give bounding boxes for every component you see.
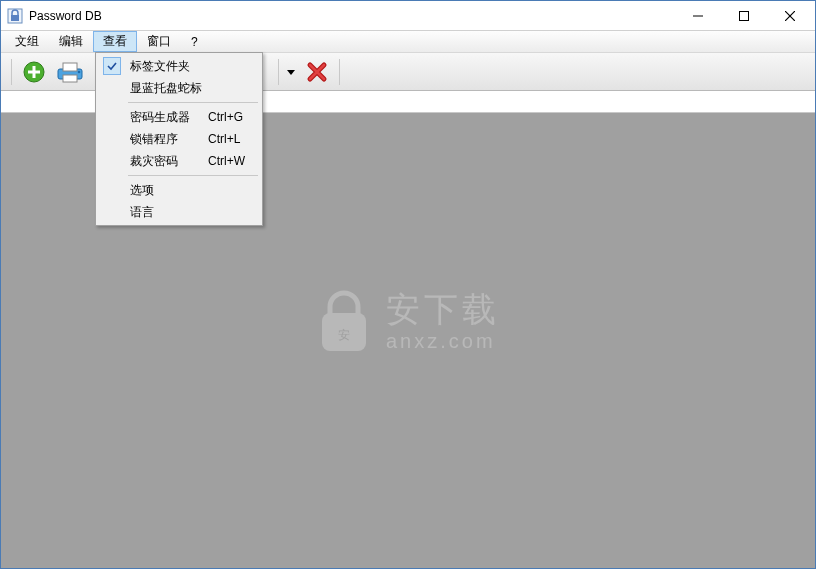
toolbar-separator <box>11 59 12 85</box>
new-button[interactable] <box>16 57 52 87</box>
menu-edit[interactable]: 编辑 <box>49 31 93 52</box>
window-title: Password DB <box>29 9 675 23</box>
menu-item-options[interactable]: 选项 <box>98 179 260 201</box>
svg-rect-11 <box>63 75 77 82</box>
menu-item-lock-program[interactable]: 锁错程序 Ctrl+L <box>98 128 260 150</box>
toolbar-separator <box>339 59 340 85</box>
menu-help[interactable]: ? <box>181 31 208 52</box>
watermark: 安 安下载 anxz.com <box>316 289 500 355</box>
watermark-text-2: anxz.com <box>386 330 500 353</box>
svg-rect-3 <box>740 11 749 20</box>
menu-item-password-generator[interactable]: 密码生成器 Ctrl+G <box>98 106 260 128</box>
svg-text:安: 安 <box>338 328 350 342</box>
menubar: 文组 编辑 查看 窗口 ? <box>1 31 815 53</box>
toolbar-separator <box>278 59 279 85</box>
app-icon <box>7 8 23 24</box>
menu-item-tag-folder[interactable]: 标签文件夹 <box>98 55 260 77</box>
menu-item-show-tray-icon[interactable]: 显蓝托盘蛇标 <box>98 77 260 99</box>
menu-window[interactable]: 窗口 <box>137 31 181 52</box>
dropdown-separator <box>128 102 258 103</box>
menu-item-language[interactable]: 语言 <box>98 201 260 223</box>
dropdown-separator <box>128 175 258 176</box>
view-dropdown-menu: 标签文件夹 显蓝托盘蛇标 密码生成器 Ctrl+G 锁错程序 Ctrl+L 裁灾… <box>95 52 263 226</box>
lock-icon: 安 <box>316 289 372 355</box>
svg-point-12 <box>78 70 81 73</box>
svg-rect-10 <box>63 63 77 71</box>
menu-item-disaster-password[interactable]: 裁灾密码 Ctrl+W <box>98 150 260 172</box>
print-button[interactable] <box>52 57 88 87</box>
titlebar: Password DB <box>1 1 815 31</box>
minimize-button[interactable] <box>675 1 721 30</box>
menu-file[interactable]: 文组 <box>5 31 49 52</box>
maximize-button[interactable] <box>721 1 767 30</box>
svg-rect-1 <box>11 15 19 21</box>
dropdown-arrow-icon[interactable] <box>287 65 295 79</box>
close-button[interactable] <box>767 1 813 30</box>
watermark-text-1: 安下载 <box>386 292 500 328</box>
svg-rect-8 <box>28 70 40 73</box>
menu-view[interactable]: 查看 <box>93 31 137 52</box>
delete-button[interactable] <box>299 57 335 87</box>
check-icon <box>103 57 121 75</box>
